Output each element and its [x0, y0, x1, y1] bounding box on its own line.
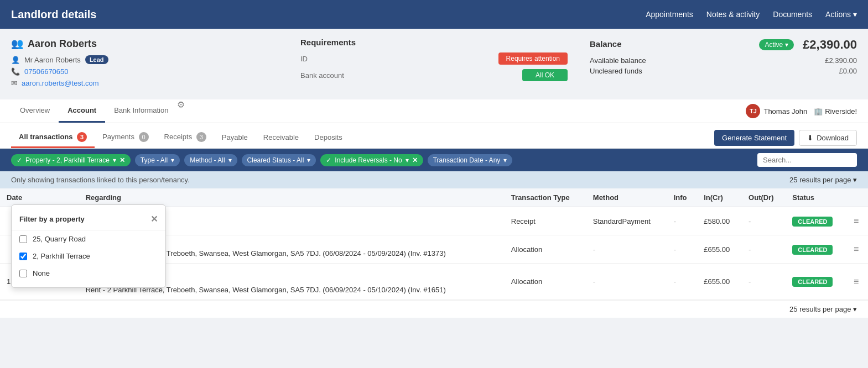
- row1-in: £580.00: [697, 207, 742, 235]
- filter-option-parkhill-checkbox[interactable]: [19, 253, 27, 260]
- per-page-bottom[interactable]: 25 results per page ▾: [789, 305, 857, 313]
- transaction-date-filter-chip[interactable]: Transaction Date - Any ▾: [428, 154, 513, 166]
- profile-phone[interactable]: 07506670650: [24, 67, 69, 76]
- chevron-down-icon: ▾: [228, 156, 232, 164]
- phone-icon: 📞: [11, 67, 20, 76]
- row3-method: -: [586, 264, 667, 300]
- tab-payments[interactable]: Payments 0: [95, 128, 156, 148]
- tab-deposits[interactable]: Deposits: [306, 129, 350, 148]
- payments-badge: 0: [139, 132, 149, 142]
- tabs-bar: Overview Account Bank Information ⚙ TJ T…: [0, 99, 868, 123]
- email-icon: ✉: [11, 79, 17, 87]
- reversals-filter-close[interactable]: ✕: [412, 156, 418, 164]
- filter-option-none[interactable]: None: [12, 265, 165, 282]
- tab-all-transactions[interactable]: All transactions 3: [11, 128, 95, 148]
- nav-actions[interactable]: Actions ▾: [825, 10, 857, 19]
- req-id-status[interactable]: Requires attention: [498, 52, 568, 65]
- chevron-down-icon: ▾: [853, 10, 857, 19]
- profile-email[interactable]: aaron.roberts@test.com: [22, 79, 99, 87]
- method-filter-chip[interactable]: Method - All ▾: [184, 154, 237, 166]
- type-filter-chip[interactable]: Type - All ▾: [135, 154, 180, 166]
- row2-out: -: [742, 235, 786, 264]
- avatar: TJ: [746, 104, 760, 118]
- tab-bank-information[interactable]: Bank Information: [105, 99, 177, 123]
- filter-option-quarry-label: 25, Quarry Road: [33, 235, 86, 243]
- property-filter-chip[interactable]: ✓ Property - 2, Parkhill Terrace ▾ ✕: [11, 154, 131, 166]
- office-info: 🏢 Riverside!: [814, 107, 857, 115]
- row3-info: -: [667, 264, 697, 300]
- tab-overview[interactable]: Overview: [11, 99, 59, 123]
- col-in: In(Cr): [697, 188, 742, 207]
- col-method: Method: [586, 188, 667, 207]
- nav-documents[interactable]: Documents: [773, 10, 812, 19]
- tab-receipts[interactable]: Receipts 3: [157, 128, 214, 148]
- chevron-down-icon: ▾: [853, 176, 857, 184]
- chevron-down-icon: ▾: [171, 156, 174, 164]
- balance-available-label: Available balance: [590, 56, 646, 65]
- tab-payable[interactable]: Payable: [214, 129, 256, 148]
- active-badge-label: Active: [765, 41, 783, 49]
- download-icon: ⬇: [807, 134, 813, 142]
- info-bar: Only showing transactions linked to this…: [0, 171, 868, 188]
- filter-popup-close[interactable]: ✕: [150, 214, 158, 224]
- filter-popup: Filter by a property ✕ 25, Quarry Road 2…: [11, 204, 166, 288]
- filter-option-parkhill[interactable]: 2, Parkhill Terrace: [12, 248, 165, 265]
- tab-receivable[interactable]: Receivable: [256, 129, 306, 148]
- col-info: Info: [667, 188, 697, 207]
- col-actions: [847, 188, 868, 207]
- filter-option-none-checkbox[interactable]: [19, 270, 27, 277]
- cleared-status-filter-chip[interactable]: Cleared Status - All ▾: [242, 154, 316, 166]
- balance-title: Balance: [590, 39, 622, 49]
- row2-menu[interactable]: ≡: [847, 235, 868, 264]
- row3-in: £655.00: [697, 264, 742, 300]
- receipts-badge: 3: [196, 132, 206, 142]
- row1-menu[interactable]: ≡: [847, 207, 868, 235]
- nav-notes-activity[interactable]: Notes & activity: [706, 10, 760, 19]
- req-bank-row: Bank account All OK: [300, 69, 568, 81]
- filter-bar: ✓ Property - 2, Parkhill Terrace ▾ ✕ Typ…: [0, 149, 868, 171]
- balance-available-value: £2,390.00: [825, 56, 857, 65]
- row3-out: -: [742, 264, 786, 300]
- filter-popup-title: Filter by a property: [19, 215, 85, 223]
- person-icon: 👤: [11, 56, 20, 64]
- row3-status: CLEARED: [786, 264, 847, 300]
- landlord-name: Aaron Roberts: [28, 38, 97, 50]
- row3-menu[interactable]: ≡: [847, 264, 868, 300]
- col-out: Out(Dr): [742, 188, 786, 207]
- req-bank-label: Bank account: [300, 71, 344, 80]
- filter-option-quarry[interactable]: 25, Quarry Road: [12, 230, 165, 248]
- profile-phone-row: 📞 07506670650: [11, 67, 278, 76]
- bottom-bar: 25 results per page ▾: [0, 300, 868, 318]
- row2-in: £655.00: [697, 235, 742, 264]
- generate-statement-button[interactable]: Generate Statement: [714, 130, 794, 146]
- chevron-down-icon: ▾: [307, 156, 310, 164]
- active-badge[interactable]: Active ▾: [759, 39, 794, 50]
- people-icon: 👥: [11, 38, 23, 50]
- row2-type: Allocation: [505, 235, 586, 264]
- download-button[interactable]: ⬇ Download: [799, 130, 857, 146]
- balance-uncleared-row: Uncleared funds £0.00: [590, 67, 857, 75]
- search-input[interactable]: [757, 153, 857, 167]
- row1-method: StandardPayment: [586, 207, 667, 235]
- chevron-down-icon: ▾: [785, 41, 788, 49]
- tab-account[interactable]: Account: [59, 99, 105, 123]
- row1-type: Receipt: [505, 207, 586, 235]
- row3-type: Allocation: [505, 264, 586, 300]
- filter-option-quarry-checkbox[interactable]: [19, 235, 27, 243]
- req-bank-status[interactable]: All OK: [522, 69, 568, 81]
- req-id-row: ID Requires attention: [300, 52, 568, 65]
- check-icon: ✓: [326, 156, 331, 164]
- col-type: Transaction Type: [505, 188, 586, 207]
- balance-uncleared-value: £0.00: [839, 67, 857, 75]
- settings-icon[interactable]: ⚙: [177, 99, 185, 123]
- nav-appointments[interactable]: Appointments: [646, 10, 693, 19]
- include-reversals-filter-chip[interactable]: ✓ Include Reversals - No ▾ ✕: [320, 154, 423, 166]
- office-icon: 🏢: [814, 107, 823, 115]
- requirements-section: Requirements ID Requires attention Bank …: [300, 38, 568, 91]
- balance-uncleared-label: Uncleared funds: [590, 67, 642, 75]
- property-filter-close[interactable]: ✕: [119, 156, 125, 164]
- row2-info: -: [667, 235, 697, 264]
- row1-status: CLEARED: [786, 207, 847, 235]
- balance-section: Balance Active ▾ £2,390.00 Available bal…: [590, 38, 857, 91]
- per-page-top[interactable]: 25 results per page ▾: [789, 176, 857, 184]
